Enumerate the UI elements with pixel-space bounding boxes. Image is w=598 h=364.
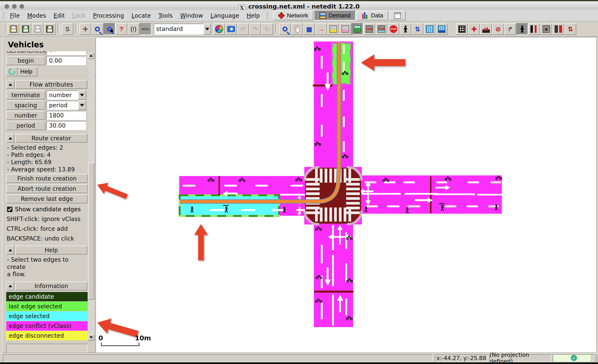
- combo-dropdown-button[interactable]: [203, 24, 211, 34]
- delete-eraser-button[interactable]: [291, 23, 303, 35]
- insertionchecks-label[interactable]: insertionChecks: [6, 51, 45, 55]
- insertionchecks-value[interactable]: all: [47, 51, 86, 55]
- type-mode-button[interactable]: TYPE: [364, 23, 375, 35]
- edge-selected[interactable]: [180, 195, 279, 216]
- color-wheel-button[interactable]: [213, 23, 225, 35]
- save-as-button[interactable]: [44, 23, 55, 35]
- save-network-button[interactable]: [8, 23, 19, 35]
- finish-route-creation-button[interactable]: Finish route creation: [6, 174, 88, 183]
- vehicle-transform-button[interactable]: ⇄: [480, 23, 492, 35]
- view-scheme-combo[interactable]: standard: [154, 24, 211, 34]
- vehicle-mode-button[interactable]: [351, 23, 363, 35]
- collapse-information-button[interactable]: [6, 282, 15, 290]
- stop-mode-button[interactable]: STOP: [388, 23, 399, 35]
- show-candidate-edges-checkbox[interactable]: [7, 207, 12, 212]
- edge-arrow-button[interactable]: →: [316, 23, 327, 35]
- scrollbar-groove[interactable]: [88, 300, 94, 334]
- number-label[interactable]: number: [6, 111, 45, 120]
- meandata-button[interactable]: ▤: [540, 23, 552, 35]
- walk-person-mode-button[interactable]: [516, 23, 528, 35]
- toolbar-grip[interactable]: [3, 25, 5, 33]
- resize-grip[interactable]: [590, 355, 598, 362]
- route-creator-title[interactable]: Route creator: [15, 134, 87, 143]
- demand-supermode-button[interactable]: Demand: [315, 11, 356, 20]
- inspect-pointer-button[interactable]: [104, 23, 115, 35]
- number-field[interactable]: [47, 111, 86, 120]
- begin-field[interactable]: [47, 56, 86, 65]
- delete-mode-button[interactable]: ⊘: [492, 23, 504, 35]
- route-grid-button[interactable]: [456, 23, 468, 35]
- network-view-canvas[interactable]: 0 10m: [96, 37, 597, 353]
- vehicles-panel: Vehicles insertionChecks all begin Help …: [2, 37, 96, 353]
- flow-attributes-title[interactable]: Flow attributes: [15, 80, 87, 89]
- lane-grid-button[interactable]: ▦: [303, 23, 315, 35]
- lock-container-button[interactable]: [553, 23, 564, 35]
- scroll-up-button[interactable]: [88, 52, 94, 59]
- sidebar-scrollbar[interactable]: [88, 52, 94, 341]
- help-title[interactable]: Help: [15, 246, 87, 254]
- menu-locate[interactable]: Locate: [128, 11, 155, 20]
- period-label[interactable]: period: [6, 121, 45, 130]
- network-supermode-button[interactable]: Network: [273, 11, 313, 20]
- remove-last-edge-button[interactable]: Remove last edge: [6, 194, 88, 203]
- spacing-label[interactable]: spacing: [6, 101, 45, 110]
- locate-button[interactable]: [279, 23, 291, 35]
- collapse-route-creator-button[interactable]: [6, 134, 15, 143]
- demand-icon: [320, 12, 326, 19]
- person-mode-button[interactable]: [400, 23, 411, 35]
- turn-route-button[interactable]: ↱: [504, 23, 516, 35]
- menu-modes[interactable]: Modes: [24, 11, 50, 20]
- person-plan-button[interactable]: ⇅: [412, 23, 423, 35]
- terminate-combo[interactable]: number: [47, 90, 86, 100]
- menu-cursor-button[interactable]: MENU: [140, 23, 151, 35]
- person-flow-button[interactable]: [528, 23, 540, 35]
- spacing-dropdown-button[interactable]: [78, 101, 86, 110]
- scrollbar-groove[interactable]: [88, 59, 94, 163]
- container-plan-button[interactable]: [436, 23, 448, 35]
- help-pointer-button[interactable]: ?: [116, 23, 127, 35]
- new-window-button[interactable]: [390, 11, 406, 20]
- menu-tools[interactable]: Tools: [155, 11, 176, 20]
- menu-processing[interactable]: Processing: [89, 11, 128, 20]
- collapse-help-button[interactable]: [6, 246, 15, 254]
- terminate-dropdown-button[interactable]: [78, 90, 86, 100]
- collapse-flow-button[interactable]: [6, 80, 15, 89]
- toolbar-grip[interactable]: [2, 12, 4, 19]
- scrollbar-thumb[interactable]: [88, 163, 94, 300]
- data-supermode-button[interactable]: Data: [357, 11, 388, 20]
- scroll-down-button[interactable]: [88, 334, 94, 341]
- menu-language[interactable]: Language: [207, 11, 243, 20]
- add-mode-button[interactable]: ✚: [468, 23, 480, 35]
- save-additionals-button[interactable]: [20, 23, 31, 35]
- train-stop-button[interactable]: [340, 23, 351, 35]
- legend-last-edge-selected: last edge selected: [6, 302, 88, 311]
- view-scheme-value[interactable]: standard: [154, 24, 203, 34]
- terminate-label[interactable]: terminate: [6, 90, 45, 100]
- title-bar: Xcrossing.net.xml - netedit 1.22.0: [0, 0, 598, 10]
- information-title[interactable]: Information: [15, 282, 87, 290]
- type-distribution-button[interactable]: TYPE: [376, 23, 387, 35]
- message-popup-button[interactable]: (!): [128, 23, 139, 35]
- container-mode-button[interactable]: [424, 23, 435, 35]
- spacing-combo[interactable]: period: [47, 101, 86, 110]
- abort-route-creation-button[interactable]: Abort route creation: [6, 184, 88, 193]
- terminate-value[interactable]: number: [47, 90, 78, 100]
- last-edge-selected[interactable]: [332, 43, 351, 84]
- menu-edit[interactable]: Edit: [50, 11, 68, 20]
- begin-label[interactable]: begin: [6, 56, 45, 65]
- menu-file[interactable]: File: [6, 11, 24, 20]
- move-view-button[interactable]: ✛: [80, 23, 91, 35]
- period-field[interactable]: [47, 121, 86, 130]
- spacing-value[interactable]: period: [47, 101, 78, 110]
- toolbar-grip[interactable]: [266, 12, 268, 19]
- s-button[interactable]: S: [62, 23, 73, 35]
- flow-arrows-button[interactable]: ⇅: [565, 23, 576, 35]
- attributes-help-button[interactable]: Help: [6, 67, 37, 76]
- network-map[interactable]: 0 10m: [96, 37, 596, 352]
- menu-window[interactable]: Window: [176, 11, 207, 20]
- bus-stop-button[interactable]: [327, 23, 339, 35]
- legend-edge-candidate: edge candidate: [6, 292, 88, 301]
- menu-help[interactable]: Help: [243, 11, 264, 20]
- snapshot-button[interactable]: [225, 23, 237, 35]
- zoom-button[interactable]: [91, 23, 103, 35]
